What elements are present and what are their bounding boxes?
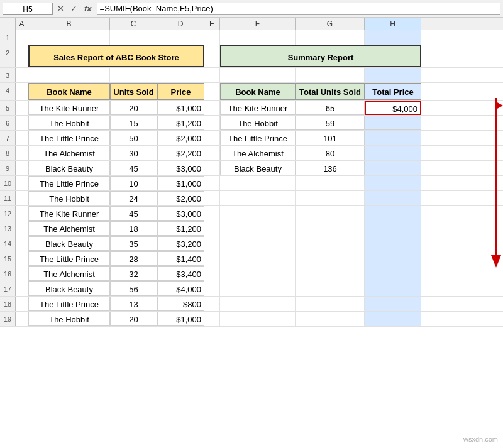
cell-B11[interactable]: The Hobbit [28,191,110,205]
cell-D1[interactable] [157,30,204,45]
cell-C12[interactable]: 45 [110,206,157,221]
col-header-D[interactable]: D [157,18,204,30]
cancel-button[interactable]: ✕ [55,4,66,13]
col-header-A[interactable]: A [16,18,28,30]
cell-D3[interactable] [157,68,204,82]
cell-D6[interactable]: $1,200 [157,116,204,130]
cell-B12[interactable]: The Kite Runner [28,206,110,221]
cell-A6[interactable] [16,116,28,130]
cell-B15[interactable]: The Little Prince [28,251,110,266]
cell-F5[interactable]: The Kite Runner [220,101,296,115]
cell-B5[interactable]: The Kite Runner [28,101,110,115]
cell-B10[interactable]: The Little Prince [28,176,110,190]
left-table-title[interactable]: Sales Report of ABC Book Store [28,45,204,67]
cell-D14[interactable]: $3,200 [157,236,204,251]
right-header-bookname[interactable]: Book Name [220,83,296,100]
cell-C5[interactable]: 20 [110,101,157,115]
cell-D18[interactable]: $800 [157,297,204,311]
cell-A1[interactable] [16,30,28,45]
cell-D12[interactable]: $3,000 [157,206,204,221]
cell-D5[interactable]: $1,000 [157,101,204,115]
cell-F9[interactable]: Black Beauty [220,161,296,175]
cell-B19[interactable]: The Hobbit [28,312,110,326]
cell-D11[interactable]: $2,000 [157,191,204,205]
cell-G6[interactable]: 59 [296,116,365,130]
cell-D8[interactable]: $2,200 [157,146,204,160]
cell-C1[interactable] [110,30,157,45]
cell-B17[interactable]: Black Beauty [28,281,110,296]
cell-F3[interactable] [220,68,296,82]
cell-E1[interactable] [204,30,220,45]
cell-G1[interactable] [296,30,365,45]
cell-H1[interactable] [365,30,421,45]
cell-E9[interactable] [204,161,220,175]
cell-B16[interactable]: The Alchemist [28,266,110,281]
col-header-B[interactable]: B [28,18,110,30]
cell-A7[interactable] [16,131,28,145]
cell-D16[interactable]: $3,400 [157,266,204,281]
cell-C15[interactable]: 28 [110,251,157,266]
cell-name-box[interactable]: H5 [3,3,53,15]
cell-C13[interactable]: 18 [110,221,157,236]
cell-G9[interactable]: 136 [296,161,365,175]
cell-C8[interactable]: 30 [110,146,157,160]
cell-H8[interactable] [365,146,421,160]
cell-B14[interactable]: Black Beauty [28,236,110,251]
cell-E2[interactable] [204,45,220,67]
cell-B9[interactable]: Black Beauty [28,161,110,175]
left-header-price[interactable]: Price [157,83,204,100]
cell-C6[interactable]: 15 [110,116,157,130]
cell-C11[interactable]: 24 [110,191,157,205]
cell-E4[interactable] [204,83,220,100]
cell-B1[interactable] [28,30,110,45]
cell-C17[interactable]: 56 [110,281,157,296]
cell-A3[interactable] [16,68,28,82]
cell-E5[interactable] [204,101,220,115]
cell-G5[interactable]: 65 [296,101,365,115]
cell-G8[interactable]: 80 [296,146,365,160]
cell-B6[interactable]: The Hobbit [28,116,110,130]
cell-C16[interactable]: 32 [110,266,157,281]
cell-B8[interactable]: The Alchemist [28,146,110,160]
right-header-totalprice[interactable]: Total Price [365,83,421,100]
cell-A4[interactable] [16,83,28,100]
cell-B7[interactable]: The Little Prince [28,131,110,145]
cell-A8[interactable] [16,146,28,160]
cell-C3[interactable] [110,68,157,82]
cell-C9[interactable]: 45 [110,161,157,175]
cell-F6[interactable]: The Hobbit [220,116,296,130]
col-header-C[interactable]: C [110,18,157,30]
cell-F1[interactable] [220,30,296,45]
cell-E6[interactable] [204,116,220,130]
right-header-totalunits[interactable]: Total Units Sold [296,83,365,100]
cell-F7[interactable]: The Little Prince [220,131,296,145]
cell-E3[interactable] [204,68,220,82]
cell-C10[interactable]: 10 [110,176,157,190]
cell-A5[interactable] [16,101,28,115]
col-header-E[interactable]: E [204,18,220,30]
cell-G7[interactable]: 101 [296,131,365,145]
right-table-title[interactable]: Summary Report [220,45,421,67]
cell-D9[interactable]: $3,000 [157,161,204,175]
cell-H5[interactable]: $4,000 [365,101,421,115]
cell-A9[interactable] [16,161,28,175]
col-header-F[interactable]: F [220,18,296,30]
cell-D17[interactable]: $4,000 [157,281,204,296]
cell-C7[interactable]: 50 [110,131,157,145]
formula-input[interactable] [97,3,500,15]
cell-H7[interactable] [365,131,421,145]
cell-C14[interactable]: 35 [110,236,157,251]
cell-D19[interactable]: $1,000 [157,312,204,326]
cell-B13[interactable]: The Alchemist [28,221,110,236]
col-header-H[interactable]: H [365,18,421,30]
cell-F8[interactable]: The Alchemist [220,146,296,160]
left-header-unitssold[interactable]: Units Sold [110,83,157,100]
cell-E7[interactable] [204,131,220,145]
confirm-button[interactable]: ✓ [69,4,79,13]
cell-G3[interactable] [296,68,365,82]
cell-H9[interactable] [365,161,421,175]
cell-D10[interactable]: $1,000 [157,176,204,190]
cell-A2[interactable] [16,45,28,67]
col-header-G[interactable]: G [296,18,365,30]
cell-B3[interactable] [28,68,110,82]
